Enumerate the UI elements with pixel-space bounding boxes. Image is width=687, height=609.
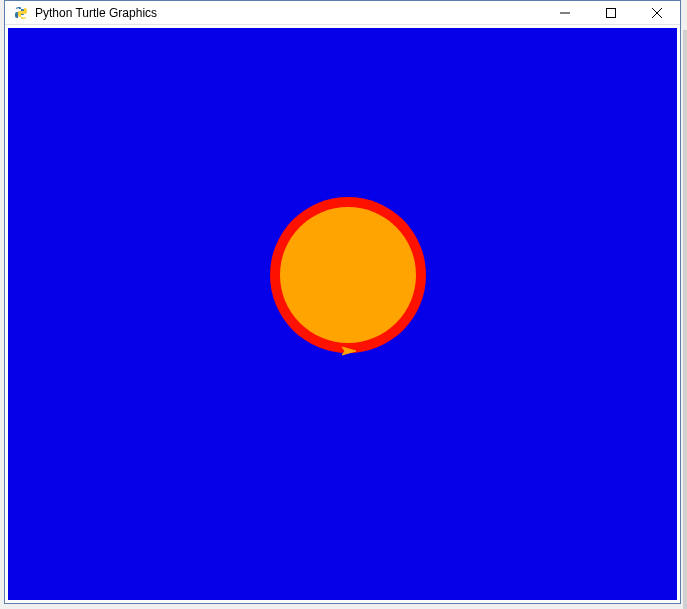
close-button[interactable]: [634, 1, 680, 24]
svg-point-0: [17, 7, 18, 8]
right-edge-shadow: [683, 30, 687, 609]
minimize-button[interactable]: [542, 1, 588, 24]
titlebar[interactable]: Python Turtle Graphics: [5, 1, 680, 25]
window-title: Python Turtle Graphics: [35, 6, 542, 20]
circle-fill: [280, 207, 416, 343]
svg-rect-3: [607, 8, 616, 17]
svg-point-1: [23, 16, 24, 17]
window-controls: [542, 1, 680, 24]
canvas-area: [5, 25, 680, 603]
drawing-svg: [8, 28, 677, 600]
turtle-canvas: [8, 28, 677, 600]
python-turtle-icon: [13, 5, 29, 21]
application-window: Python Turtle Graphics: [4, 0, 681, 604]
maximize-button[interactable]: [588, 1, 634, 24]
